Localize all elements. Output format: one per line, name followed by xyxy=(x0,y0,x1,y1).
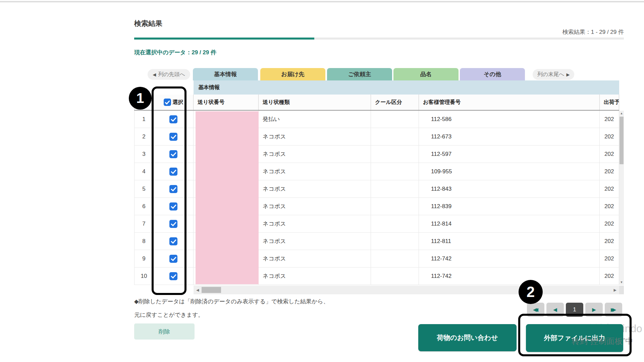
annotation-box-export-button xyxy=(518,314,632,356)
invoice-type-cell: ネコポス xyxy=(259,180,371,197)
double-right-arrow-icon: ▶▶ xyxy=(611,307,616,313)
tab-item-name[interactable]: 品名 xyxy=(393,68,459,80)
customer-number-cell: 112-597 xyxy=(419,145,600,163)
left-arrow-icon: ◀ xyxy=(553,307,557,313)
ship-date-cell: 202 xyxy=(600,111,619,128)
columns-last-button[interactable]: 列の末尾へ ▶ xyxy=(533,69,574,80)
cool-type-cell xyxy=(371,198,419,215)
ship-date-cell: 202 xyxy=(600,198,619,215)
delete-note-line2: 元に戻すことができます。 xyxy=(134,311,204,319)
page-title: 検索結果 xyxy=(134,19,162,28)
invoice-type-cell: ネコポス xyxy=(259,267,371,285)
selection-summary: 現在選択中のデータ：29 / 29 件 xyxy=(134,49,216,56)
ship-date-cell: 202 xyxy=(600,233,619,250)
ship-date-cell: 202 xyxy=(600,180,619,197)
vertical-scrollbar[interactable]: ▲ ▼ xyxy=(619,111,624,285)
invoice-type-cell: ネコポス xyxy=(259,145,371,163)
annotation-step-1: 1 xyxy=(129,87,152,110)
group-header-basic-info: 基本情報 xyxy=(194,80,619,95)
vertical-scrollbar-thumb[interactable] xyxy=(620,117,624,164)
cool-type-cell xyxy=(371,180,419,197)
customer-number-cell: 112-742 xyxy=(419,267,600,285)
invoice-type-cell: ネコポス xyxy=(259,163,371,180)
columns-last-label: 列の末尾へ xyxy=(537,71,565,78)
right-arrow-icon: ▶ xyxy=(592,307,596,313)
ship-date-cell: 202 xyxy=(600,163,619,180)
ship-date-cell: 202 xyxy=(600,267,619,285)
search-result-page: 検索結果 検索結果：1 - 29 / 29 件 現在選択中のデータ：29 / 2… xyxy=(0,0,644,362)
triangle-right-icon: ▶ xyxy=(566,72,570,77)
triangle-left-icon: ◀ xyxy=(153,72,156,77)
customer-number-cell: 112-839 xyxy=(419,198,600,215)
invoice-type-cell: ネコポス xyxy=(259,250,371,267)
row-number: 2 xyxy=(134,128,154,145)
title-underline-accent xyxy=(134,38,314,40)
columns-first-button[interactable]: ◀ 列の先頭へ xyxy=(148,69,190,80)
scroll-down-icon[interactable]: ▼ xyxy=(619,281,624,284)
delete-button[interactable]: 削除 xyxy=(134,323,195,340)
ship-date-cell: 202 xyxy=(600,128,619,145)
scrollbar-corner xyxy=(619,286,624,294)
customer-number-cell: 109-955 xyxy=(419,163,600,180)
row-number: 9 xyxy=(134,250,154,267)
cool-type-cell xyxy=(371,267,419,285)
tab-basic-info[interactable]: 基本情報 xyxy=(193,68,258,80)
invoice-type-cell: 発払い xyxy=(259,111,371,128)
customer-number-cell: 112-814 xyxy=(419,215,600,232)
horizontal-scrollbar-thumb[interactable] xyxy=(202,287,221,293)
cool-type-cell xyxy=(371,233,419,250)
double-left-arrow-icon: ◀◀ xyxy=(533,307,538,313)
row-number: 6 xyxy=(134,198,154,215)
header-invoice-type: 送り状種類 xyxy=(259,95,371,110)
delete-note-line1: ◆削除したデータは「削除済のデータのみ表示する」で検索した結果から、 xyxy=(134,298,329,305)
ship-date-cell: 202 xyxy=(600,145,619,163)
cool-type-cell xyxy=(371,250,419,267)
title-underline-track xyxy=(314,38,624,40)
invoice-type-cell: ネコポス xyxy=(259,198,371,215)
scroll-right-icon[interactable]: ▶ xyxy=(614,288,616,292)
row-number: 7 xyxy=(134,215,154,232)
top-divider xyxy=(0,1,644,2)
tab-other[interactable]: その他 xyxy=(460,68,525,80)
cool-type-cell xyxy=(371,111,419,128)
header-cool-type: クール区分 xyxy=(371,95,419,110)
result-count: 検索結果：1 - 29 / 29 件 xyxy=(562,28,624,36)
invoice-type-cell: ネコポス xyxy=(259,215,371,232)
customer-number-cell: 112-742 xyxy=(419,250,600,267)
tab-recipient[interactable]: お届け先 xyxy=(260,68,325,80)
table-header-row: 選択 送り状番号 送り状種類 クール区分 お客様管理番号 出荷予 xyxy=(134,95,619,111)
cool-type-cell xyxy=(371,128,419,145)
customer-number-cell: 112-811 xyxy=(419,233,600,250)
row-number: 3 xyxy=(134,145,154,163)
row-number: 8 xyxy=(134,233,154,250)
row-number: 4 xyxy=(134,163,154,180)
header-customer-number: お客様管理番号 xyxy=(419,95,600,110)
cool-type-cell xyxy=(371,163,419,180)
row-number: 1 xyxy=(134,111,154,128)
scroll-left-icon[interactable]: ◀ xyxy=(196,288,199,292)
annotation-box-select-column xyxy=(152,86,186,295)
customer-number-cell: 112-586 xyxy=(419,111,600,128)
row-number: 5 xyxy=(134,180,154,197)
tab-sender[interactable]: ご依頼主 xyxy=(327,68,392,80)
header-invoice-number: 送り状番号 xyxy=(194,95,259,110)
annotation-step-2: 2 xyxy=(519,280,543,304)
invoice-type-cell: ネコポス xyxy=(259,233,371,250)
horizontal-scrollbar[interactable]: ◀ ▶ xyxy=(194,286,619,294)
customer-number-cell: 112-673 xyxy=(419,128,600,145)
invoice-type-cell: ネコポス xyxy=(259,128,371,145)
package-inquiry-button[interactable]: 荷物のお問い合わせ xyxy=(418,324,517,351)
scroll-up-icon[interactable]: ▲ xyxy=(619,112,624,115)
header-ship-date: 出荷予 xyxy=(600,95,619,110)
customer-number-cell: 112-843 xyxy=(419,180,600,197)
cool-type-cell xyxy=(371,215,419,232)
columns-first-label: 列の先頭へ xyxy=(158,71,185,78)
ship-date-cell: 202 xyxy=(600,250,619,267)
row-number: 10 xyxy=(134,267,154,285)
invoice-number-masked-area xyxy=(196,111,259,284)
ship-date-cell: 202 xyxy=(600,215,619,232)
cool-type-cell xyxy=(371,145,419,163)
